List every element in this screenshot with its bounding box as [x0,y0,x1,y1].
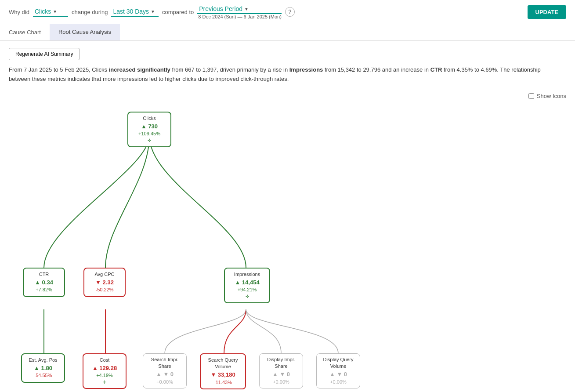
avg-cpc-value: ▼ 2.32 [88,279,121,287]
node-clicks[interactable]: Clicks ▲ 730 +109.45% ✛ [127,112,171,147]
tab-cause-chart[interactable]: Cause Chart [0,24,50,40]
update-button[interactable]: UPDATE [528,5,566,19]
impressions-value: ▲ 14,454 [228,279,266,287]
previous-dropdown-arrow: ▼ [244,7,249,11]
avg-cpc-title: Avg CPC [88,271,121,278]
clicks-select[interactable]: Clicks ▼ [33,7,68,17]
cost-value: ▲ 129.28 [87,364,122,372]
display-query-volume-pct: +0.00% [320,379,356,385]
ctr-pct: +7.82% [27,287,61,293]
search-query-volume-pct: -11.43% [204,379,242,386]
impressions-crosshair-icon: ✛ [228,294,266,300]
cost-crosshair-icon: ✛ [87,379,122,385]
est-avg-pos-pct: -54.55% [25,372,61,379]
node-impressions[interactable]: Impressions ▲ 14,454 +94.21% ✛ [224,268,270,303]
show-icons-row: Show Icons [9,93,566,99]
tab-root-cause[interactable]: Root Cause Analysis [50,24,120,40]
display-impr-share-title: Display Impr. Share [263,356,299,370]
tree-nodes: Clicks ▲ 730 +109.45% ✛ CTR ▲ 0.34 +7.82… [9,103,562,392]
clicks-pct: +109.45% [132,131,167,137]
tabs: Cause Chart Root Cause Analysis [0,24,575,41]
display-query-volume-value: ▲ ▼ 0 [320,370,356,378]
previous-select-value: Previous Period [199,5,242,12]
node-est-avg-pos[interactable]: Est. Avg. Pos ▲ 1.80 -54.55% [21,353,65,383]
est-avg-pos-title: Est. Avg. Pos [25,357,61,363]
help-button[interactable]: ? [285,7,295,17]
display-impr-share-value: ▲ ▼ 0 [263,370,299,378]
node-cost[interactable]: Cost ▲ 129.28 +4.19% ✛ [83,353,127,389]
header: Why did Clicks ▼ change during Last 30 D… [0,0,575,24]
est-avg-pos-value: ▲ 1.80 [25,364,61,372]
node-display-impr-share[interactable]: Display Impr. Share ▲ ▼ 0 +0.00% [259,353,303,388]
ctr-value: ▲ 0.34 [27,279,61,287]
show-icons-label[interactable]: Show Icons [537,93,566,99]
impressions-title: Impressions [228,271,266,278]
change-during-label: change during [72,9,108,15]
node-display-query-volume[interactable]: Display Query Volume ▲ ▼ 0 +0.00% [316,353,360,388]
period-select-value: Last 30 Days [113,8,149,15]
avg-cpc-pct: -50.22% [88,287,121,293]
previous-select[interactable]: Previous Period ▼ [197,4,282,14]
display-impr-share-pct: +0.00% [263,379,299,385]
search-impr-share-pct: +0.00% [147,379,183,385]
node-avg-cpc[interactable]: Avg CPC ▼ 2.32 -50.22% [83,268,126,297]
node-search-impr-share[interactable]: Search Impr. Share ▲ ▼ 0 +0.00% [143,353,187,388]
display-query-volume-title: Display Query Volume [320,356,356,370]
cost-title: Cost [87,357,122,363]
clicks-value: ▲ 730 [132,123,167,131]
clicks-crosshair-icon: ✛ [132,138,167,144]
search-impr-share-title: Search Impr. Share [147,356,183,370]
period-dropdown-arrow: ▼ [151,9,155,14]
node-search-query-volume[interactable]: Search Query Volume ▼ 33,180 -11.43% [200,353,246,389]
date-range: 8 Dec 2024 (Sun) — 6 Jan 2025 (Mon) [198,14,282,19]
period-select[interactable]: Last 30 Days ▼ [111,7,159,17]
why-did-label: Why did [9,9,29,15]
search-impr-share-value: ▲ ▼ 0 [147,370,183,378]
tree-container: Clicks ▲ 730 +109.45% ✛ CTR ▲ 0.34 +7.82… [9,103,566,392]
cost-pct: +4.19% [87,372,122,379]
main-content: Regenerate AI Summary From 7 Jan 2025 to… [0,41,575,392]
regenerate-button[interactable]: Regenerate AI Summary [9,48,80,60]
clicks-title: Clicks [132,115,167,122]
search-query-volume-value: ▼ 33,180 [204,371,242,379]
ctr-title: CTR [27,271,61,278]
clicks-dropdown-arrow: ▼ [53,9,57,14]
node-ctr[interactable]: CTR ▲ 0.34 +7.82% [23,268,65,297]
summary-text: From 7 Jan 2025 to 5 Feb 2025, Clicks in… [9,65,562,84]
show-icons-checkbox[interactable] [528,93,534,99]
compared-to-label: compared to [162,9,194,15]
search-query-volume-title: Search Query Volume [204,357,242,370]
clicks-select-value: Clicks [35,8,51,15]
impressions-pct: +94.21% [228,287,266,293]
